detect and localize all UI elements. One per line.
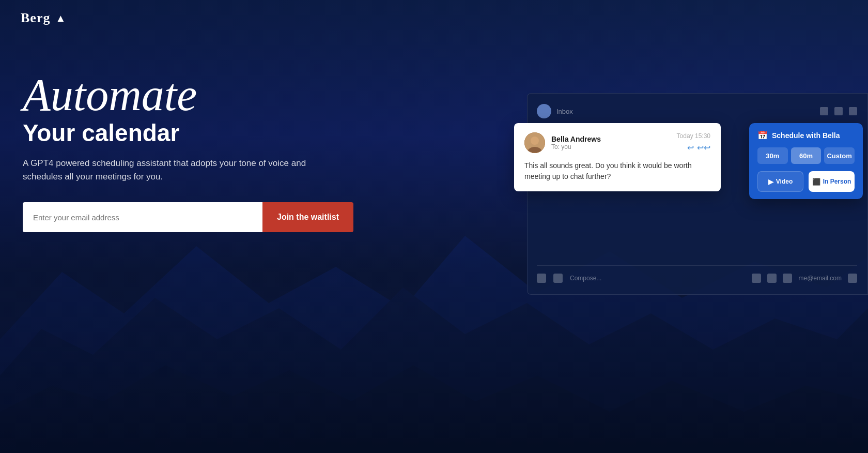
- sender-info: Bella Andrews To: you: [524, 132, 601, 153]
- topbar-left: Inbox: [537, 104, 573, 118]
- email-topbar: Inbox: [537, 104, 857, 118]
- duration-row: 30m 60m Custom: [757, 147, 855, 164]
- video-label: Video: [776, 178, 793, 185]
- meeting-type-inperson[interactable]: ⬛ In Person: [809, 171, 855, 192]
- email-card-header: Bella Andrews To: you Today 15:30 ↩ ↩↩: [524, 132, 710, 153]
- meeting-type-video[interactable]: ▶ Video: [757, 171, 803, 192]
- user-label: me@email.com: [798, 275, 842, 282]
- archive-icon: [783, 274, 792, 283]
- meeting-type-row: ▶ Video ⬛ In Person: [757, 171, 855, 192]
- topbar-folder-label: Inbox: [556, 108, 573, 115]
- hero-subtitle: Your calendar: [23, 120, 353, 146]
- email-bottombar: Compose... me@email.com: [537, 265, 857, 284]
- schedule-title: Schedule with Bella: [772, 131, 840, 140]
- logo: Berg ▲: [21, 10, 66, 26]
- duration-60m[interactable]: 60m: [791, 147, 822, 164]
- topbar-icon-1: [820, 107, 828, 115]
- waitlist-button[interactable]: Join the waitlist: [262, 202, 353, 232]
- duration-custom[interactable]: Custom: [824, 147, 855, 164]
- mic-icon: [553, 274, 563, 283]
- email-card: Bella Andrews To: you Today 15:30 ↩ ↩↩ T…: [514, 123, 721, 191]
- hero-automate-text: Automate: [23, 72, 353, 118]
- settings-icon: [848, 274, 857, 283]
- duration-30m[interactable]: 30m: [757, 147, 788, 164]
- email-meta: Today 15:30 ↩ ↩↩: [677, 132, 710, 153]
- email-timestamp: Today 15:30: [677, 132, 710, 140]
- sender-details: Bella Andrews To: you: [551, 135, 601, 150]
- sender-name: Bella Andrews: [551, 135, 601, 143]
- email-input[interactable]: [23, 202, 262, 232]
- sender-to: To: you: [551, 143, 601, 150]
- svg-point-4: [531, 137, 539, 145]
- topbar-icon-2: [834, 107, 843, 115]
- sender-avatar: [524, 132, 545, 153]
- hero-description: A GPT4 powered scheduling assistant that…: [23, 157, 322, 184]
- logo-mountain-icon: ▲: [55, 12, 66, 24]
- bottombar-right: me@email.com: [752, 274, 857, 283]
- inperson-label: In Person: [823, 178, 851, 185]
- topbar-icons: [820, 107, 857, 115]
- bottombar-left: Compose...: [537, 274, 601, 283]
- reply-icon[interactable]: ↩: [687, 143, 694, 153]
- email-body: This all sounds great. Do you think it w…: [524, 160, 710, 182]
- email-form: Join the waitlist: [23, 202, 353, 232]
- email-action-buttons: ↩ ↩↩: [677, 143, 710, 153]
- calendar-icon: 📅: [757, 130, 768, 140]
- topbar-avatar: [537, 104, 551, 118]
- topbar-icon-3: [849, 107, 857, 115]
- avatar-image: [524, 132, 545, 153]
- schedule-header: 📅 Schedule with Bella: [757, 130, 855, 140]
- hero-section: Automate Your calendar A GPT4 powered sc…: [23, 72, 353, 232]
- navbar: Berg ▲: [0, 0, 868, 36]
- send-icon: [752, 274, 761, 283]
- schedule-card: 📅 Schedule with Bella 30m 60m Custom ▶ V…: [749, 123, 863, 199]
- refresh-icon: [767, 274, 777, 283]
- inperson-icon: ⬛: [812, 178, 820, 186]
- logo-text: Berg: [21, 10, 50, 26]
- compose-label: Compose...: [570, 275, 601, 282]
- video-icon: ▶: [768, 178, 773, 186]
- reply-all-icon[interactable]: ↩↩: [697, 143, 710, 153]
- compose-icon: [537, 274, 546, 283]
